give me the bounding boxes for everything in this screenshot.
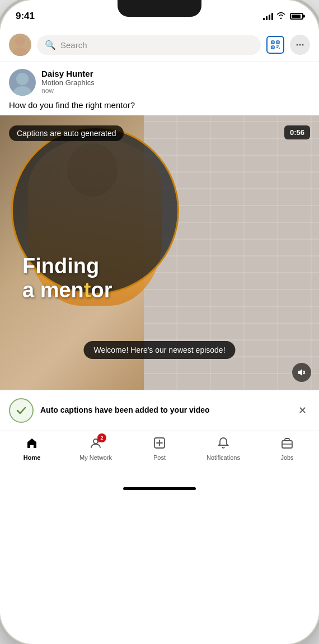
svg-rect-5 <box>273 42 274 43</box>
poster-name: Daisy Hunter <box>41 69 310 78</box>
nav-jobs[interactable]: Jobs <box>255 437 319 461</box>
battery-icon <box>290 13 303 20</box>
home-bar <box>123 487 196 490</box>
post-text: How do you find the right mentor? <box>0 100 319 115</box>
notification-bar: Auto captions have been added to your vi… <box>0 390 319 431</box>
network-badge: 2 <box>97 433 106 442</box>
nav-network[interactable]: 2 My Network <box>64 437 128 461</box>
signal-icon <box>263 12 273 20</box>
qr-scan-button[interactable] <box>266 36 284 54</box>
poster-avatar[interactable] <box>9 69 36 96</box>
close-notification-button[interactable]: ✕ <box>294 403 310 418</box>
wifi-icon <box>276 12 285 21</box>
notch <box>118 0 201 17</box>
nav-network-label: My Network <box>79 454 112 461</box>
nav-post[interactable]: Post <box>128 437 191 461</box>
video-subtitle: Welcome! Here's our newest episode! <box>83 341 235 359</box>
home-indicator <box>0 480 319 497</box>
post-time: now <box>41 87 310 95</box>
post-meta: Daisy Hunter Motion Graphics now <box>41 69 310 95</box>
status-time: 9:41 <box>16 11 35 22</box>
svg-rect-7 <box>273 47 274 48</box>
svg-point-0 <box>15 36 25 46</box>
nav-home-label: Home <box>24 454 41 461</box>
svg-point-12 <box>299 44 301 46</box>
poster-title: Motion Graphics <box>41 78 310 87</box>
app-content: 🔍 Search <box>0 28 319 644</box>
svg-rect-6 <box>278 42 279 43</box>
check-icon <box>9 398 34 423</box>
video-title: Finding a mentor <box>22 254 112 303</box>
phone-frame: 9:41 <box>0 0 319 644</box>
search-placeholder-text: Search <box>60 40 253 50</box>
video-title-line2: a mentor <box>22 278 112 302</box>
caption-label: Captions are auto generated <box>9 125 124 141</box>
notification-text: Auto captions have been added to your vi… <box>40 405 288 416</box>
svg-point-11 <box>297 44 298 46</box>
search-row: 🔍 Search <box>0 28 319 62</box>
post-header: Daisy Hunter Motion Graphics now <box>0 62 319 100</box>
video-player[interactable]: Finding a mentor Captions are auto gener… <box>0 115 319 390</box>
search-bar[interactable]: 🔍 Search <box>37 35 261 55</box>
bottom-navigation: Home 2 My Network <box>0 431 319 480</box>
home-icon <box>26 437 38 452</box>
search-icon: 🔍 <box>45 40 56 50</box>
nav-jobs-label: Jobs <box>280 454 293 461</box>
nav-home[interactable]: Home <box>0 437 64 461</box>
jobs-icon <box>281 437 293 452</box>
svg-point-14 <box>16 73 29 85</box>
status-icons <box>263 12 303 21</box>
post-icon <box>153 437 166 452</box>
nav-notifications-label: Notifications <box>207 454 240 461</box>
user-avatar[interactable] <box>9 34 31 56</box>
video-duration: 0:56 <box>284 125 310 139</box>
svg-point-15 <box>13 86 31 96</box>
messages-button[interactable] <box>290 35 310 55</box>
sound-toggle-button[interactable] <box>292 363 311 382</box>
nav-post-label: Post <box>153 454 166 461</box>
network-icon: 2 <box>90 437 102 452</box>
notifications-icon <box>217 437 229 452</box>
video-title-line1: Finding <box>22 254 99 278</box>
svg-point-1 <box>13 48 27 56</box>
nav-notifications[interactable]: Notifications <box>191 437 255 461</box>
svg-point-13 <box>302 44 304 46</box>
